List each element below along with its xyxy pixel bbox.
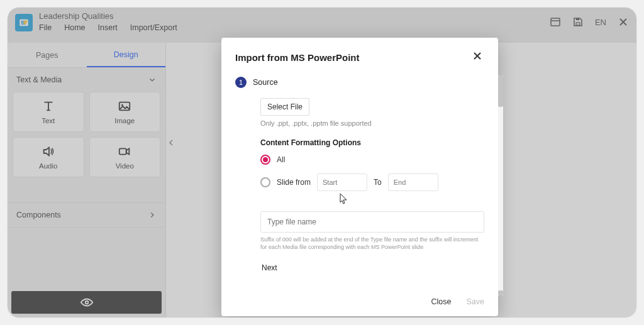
collapse-sidebar-button[interactable]: [166, 133, 176, 152]
section-text-media-label: Text & Media: [16, 75, 62, 84]
modal-title: Import from MS PowerPoint: [235, 52, 360, 63]
step-1-label: Source: [253, 78, 278, 87]
card-text[interactable]: Text: [13, 92, 84, 132]
svg-rect-4: [576, 18, 579, 20]
svg-rect-3: [576, 23, 580, 25]
select-file-button[interactable]: Select File: [260, 98, 309, 116]
radio-all[interactable]: [260, 155, 270, 165]
chevron-down-icon: [148, 75, 157, 84]
chevron-left-icon: [168, 139, 174, 146]
radio-all-label: All: [277, 155, 285, 164]
formatting-options-head: Content Formatting Options: [260, 138, 484, 147]
import-modal: Import from MS PowerPoint 1 Source Selec…: [221, 38, 498, 316]
card-video-label: Video: [116, 162, 134, 170]
scrollbar-thumb-top[interactable]: [498, 75, 503, 107]
radio-slide-from-label: Slide from: [277, 178, 311, 187]
slide-start-input[interactable]: [317, 174, 367, 191]
svg-rect-7: [119, 148, 126, 154]
card-audio[interactable]: Audio: [13, 137, 84, 177]
video-icon: [118, 145, 131, 158]
to-label: To: [374, 178, 382, 187]
scrollbar-thumb-bottom[interactable]: [498, 290, 503, 295]
save-icon[interactable]: [572, 16, 584, 28]
menu-file[interactable]: File: [39, 23, 52, 32]
menu-import-export[interactable]: Import/Export: [130, 23, 177, 32]
card-image-label: Image: [114, 117, 135, 124]
left-panel: Pages Design Text & Media Text Image Aud…: [8, 43, 166, 317]
card-text-label: Text: [42, 117, 55, 124]
section-components[interactable]: Components: [8, 202, 165, 228]
eye-icon: [80, 295, 94, 309]
text-icon: [42, 99, 55, 113]
svg-point-8: [85, 301, 88, 304]
card-image[interactable]: Image: [89, 92, 161, 132]
close-icon[interactable]: [618, 16, 629, 28]
preview-bar[interactable]: [11, 291, 162, 314]
save-button: Save: [467, 297, 485, 306]
document-title[interactable]: Leadership Qualities: [39, 11, 550, 21]
step-1-badge: 1: [235, 77, 247, 88]
modal-scrollbar[interactable]: [498, 75, 503, 295]
suffix-hint: Suffix of 000 will be added at the end o…: [260, 236, 484, 251]
logo-icon: [18, 17, 30, 28]
close-icon: [473, 52, 482, 60]
section-text-media[interactable]: Text & Media: [8, 68, 165, 92]
menu-home[interactable]: Home: [64, 23, 85, 32]
tab-design[interactable]: Design: [87, 43, 166, 67]
chevron-right-icon: [148, 211, 157, 219]
next-button[interactable]: Next: [260, 260, 279, 276]
tab-pages[interactable]: Pages: [8, 43, 87, 67]
type-file-name-input[interactable]: [260, 211, 484, 233]
language-label[interactable]: EN: [595, 18, 606, 27]
image-icon: [118, 99, 131, 113]
radio-slide-from[interactable]: [260, 177, 270, 187]
modal-close-button[interactable]: [470, 49, 484, 65]
slide-end-input[interactable]: [388, 174, 438, 191]
audio-icon: [42, 145, 55, 158]
section-components-label: Components: [16, 211, 61, 219]
main-menu: File Home Insert Import/Export: [39, 23, 550, 32]
svg-rect-1: [551, 18, 560, 26]
card-video[interactable]: Video: [89, 137, 161, 177]
close-button[interactable]: Close: [431, 297, 452, 306]
card-audio-label: Audio: [39, 162, 57, 170]
file-type-hint: Only .ppt, .pptx, .pptm file supported: [260, 119, 484, 127]
svg-rect-5: [119, 102, 130, 111]
grid-icon[interactable]: [550, 16, 561, 28]
app-logo: [15, 14, 33, 31]
menu-insert[interactable]: Insert: [98, 23, 118, 32]
